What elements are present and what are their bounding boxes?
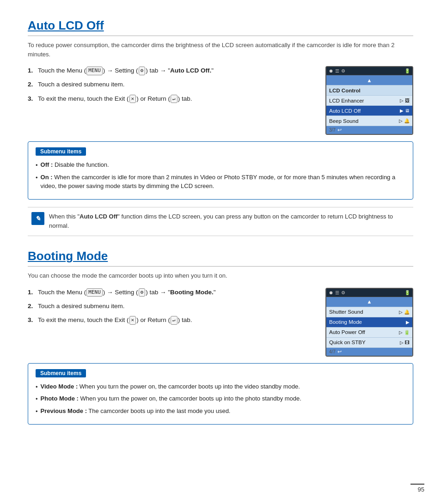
lcd-row-header-label-1: LCD Control: [329, 88, 410, 93]
lcd-top-bar-1: ⏺ ☰ ⚙ 🔋: [326, 67, 412, 75]
submenu-item-2-2: • Photo Mode : When you turn the power o…: [36, 394, 405, 404]
lcd-row-enhancer-right-1: ▷ 🖼: [400, 98, 410, 103]
lcd-back-icon-1: ↩: [337, 127, 342, 133]
lcd-row-quickon-2: Quick on STBY ▷ 🎞: [326, 338, 412, 348]
lcd-icons-right-2: 🔋: [404, 290, 410, 295]
page-number: 95: [410, 484, 424, 493]
lcd-row-enhancer-1: LCD Enhancer ▷ 🖼: [326, 96, 412, 106]
step-text-1-1: Touch the Menu (MENU) → Setting (⚙) tab …: [38, 66, 316, 75]
lcd-row-shutter-label-2: Shutter Sound: [329, 309, 399, 315]
lcd-icon-battery-2: 🔋: [404, 290, 410, 295]
lcd-row-autopower-label-2: Auto Power Off: [329, 329, 399, 335]
setting-icon-1: ⚙: [139, 67, 146, 75]
lcd-row-booting-label-2: Booting Mode: [329, 319, 406, 325]
lcd-row-quickon-label-2: Quick on STBY: [329, 340, 400, 345]
step-num-2-3: 3.: [28, 316, 38, 325]
lcd-row-autolcd-label-1: Auto LCD Off: [329, 108, 400, 114]
section1-steps-row: 1. Touch the Menu (MENU) → Setting (⚙) t…: [28, 66, 413, 135]
lcd-icons-left-2: ⏺ ☰ ⚙: [329, 290, 345, 295]
submenu-term-1-1: Off :: [41, 161, 53, 168]
exit-icon-1: ✕: [129, 95, 136, 103]
submenu-title-2: Submenu items: [36, 369, 86, 377]
lcd-row-quickon-right-2: ▷ 🎞: [400, 340, 410, 345]
menu-icon-1: MENU: [86, 67, 103, 75]
submenu-item-text-2-2: Photo Mode : When you turn the power on,…: [41, 394, 301, 403]
submenu-term-2-3: Previous Mode :: [41, 407, 87, 414]
step-text-1-2: Touch a desired submenu item.: [38, 80, 316, 89]
step-1-1: 1. Touch the Menu (MENU) → Setting (⚙) t…: [28, 66, 316, 75]
section1-steps: 1. Touch the Menu (MENU) → Setting (⚙) t…: [28, 66, 316, 135]
step-text-2-3: To exit the menu, touch the Exit (✕) or …: [38, 316, 316, 325]
submenu-term-2-1: Video Mode :: [41, 383, 78, 390]
exit-icon-2: ✕: [129, 316, 136, 325]
section1-intro: To reduce power consumption, the camcord…: [28, 41, 413, 59]
step-1-2: 2. Touch a desired submenu item.: [28, 80, 316, 89]
lcd-arrow-up-2: ▲: [367, 299, 372, 304]
lcd-row-beep-1: Beep Sound ▷ 🔔: [326, 116, 412, 126]
submenu-term-1-2: On :: [41, 174, 53, 181]
step-num-1-1: 1.: [28, 66, 38, 75]
bullet-1-1: •: [36, 161, 38, 170]
submenu-term-2-2: Photo Mode :: [41, 395, 79, 402]
lcd-row-beep-label-1: Beep Sound: [329, 118, 399, 124]
submenu-title-1: Submenu items: [36, 147, 86, 156]
lcd-icon-setting-1: ⚙: [341, 68, 345, 73]
section2-intro: You can choose the mode the camcorder bo…: [28, 271, 413, 280]
lcd-row-autopower-right-2: ▷ 🔋: [399, 330, 410, 335]
return-icon-1: ↵: [171, 95, 178, 103]
step-text-1-3: To exit the menu, touch the Exit (✕) or …: [38, 94, 316, 103]
lcd-icon-battery-1: 🔋: [404, 68, 410, 73]
section2-title: Booting Mode: [28, 249, 413, 267]
lcd-row-autopower-2: Auto Power Off ▷ 🔋: [326, 328, 412, 338]
lcd-back-icon-2: ↩: [337, 349, 342, 355]
lcd-icon-menu-2: ☰: [335, 290, 339, 295]
lcd-row-enhancer-label-1: LCD Enhancer: [329, 98, 400, 103]
lcd-icons-left-1: ⏺ ☰ ⚙: [329, 68, 345, 73]
step-1-3: 3. To exit the menu, touch the Exit (✕) …: [28, 94, 316, 103]
step-num-2-1: 1.: [28, 288, 38, 297]
step-num-1-2: 2.: [28, 80, 38, 89]
submenu-item-text-1-1: Off : Disable the function.: [41, 160, 109, 170]
submenu-item-2-3: • Previous Mode : The camcorder boots up…: [36, 407, 405, 416]
submenu-item-text-1-2: On : When the camcorder is idle for more…: [41, 173, 405, 191]
section2-steps-row: 1. Touch the Menu (MENU) → Setting (⚙) t…: [28, 288, 413, 357]
submenu-item-1-2: • On : When the camcorder is idle for mo…: [36, 173, 405, 191]
bullet-2-1: •: [36, 383, 38, 392]
lcd-icon-record-1: ⏺: [329, 68, 333, 73]
step-2-1: 1. Touch the Menu (MENU) → Setting (⚙) t…: [28, 288, 316, 297]
lcd-icons-right-1: 🔋: [404, 68, 410, 73]
submenu-item-text-2-3: Previous Mode : The camcorder boots up i…: [41, 407, 231, 416]
lcd-nav-up-1: ▲: [326, 75, 412, 85]
lcd-arrow-up-1: ▲: [367, 78, 372, 83]
lcd-row-booting-right-2: ▶: [406, 320, 410, 325]
lcd-top-bar-2: ⏺ ☰ ⚙ 🔋: [326, 289, 412, 297]
section1-title: Auto LCD Off: [28, 18, 413, 36]
lcd-rows-2: ▲ Shutter Sound ▷ 🔔 Booting Mode ▶ Auto …: [326, 297, 412, 356]
section2-steps: 1. Touch the Menu (MENU) → Setting (⚙) t…: [28, 288, 316, 357]
bullet-2-3: •: [36, 407, 38, 416]
note-icon-1: ✎: [31, 212, 44, 225]
lcd-row-autolcd-right-1: ▶ 🖥: [400, 108, 410, 113]
lcd-counter-2: 4/7: [329, 349, 336, 354]
submenu-box-1: Submenu items • Off : Disable the functi…: [28, 141, 413, 200]
lcd-mockup-1: ⏺ ☰ ⚙ 🔋 ▲ LCD Control LCD: [325, 66, 413, 135]
lcd-icon-setting-2: ⚙: [341, 290, 345, 295]
step-num-1-3: 3.: [28, 94, 38, 103]
note-text-1: When this "Auto LCD Off" function dims t…: [49, 212, 410, 231]
section-auto-lcd-off: Auto LCD Off To reduce power consumption…: [28, 18, 413, 236]
submenu-item-1-1: • Off : Disable the function.: [36, 160, 405, 170]
lcd-row-shutter-2: Shutter Sound ▷ 🔔: [326, 307, 412, 317]
menu-icon-2: MENU: [86, 288, 103, 297]
menu-item-label-1: Auto LCD Off.: [170, 67, 211, 74]
lcd-icon-record-2: ⏺: [329, 290, 333, 295]
step-text-2-2: Touch a desired submenu item.: [38, 302, 316, 311]
lcd-back-row-1: 3/7 ↩: [326, 126, 412, 134]
step-num-2-2: 2.: [28, 302, 38, 311]
lcd-row-shutter-right-2: ▷ 🔔: [399, 310, 410, 315]
lcd-rows-1: ▲ LCD Control LCD Enhancer ▷ 🖼 Auto LCD …: [326, 75, 412, 134]
setting-icon-2: ⚙: [139, 288, 146, 297]
section-booting-mode: Booting Mode You can choose the mode the…: [28, 249, 413, 425]
lcd-row-header-1: LCD Control: [326, 85, 412, 96]
lcd-icon-menu-1: ☰: [335, 68, 339, 73]
note-strong-1: Auto LCD Off: [80, 213, 117, 220]
